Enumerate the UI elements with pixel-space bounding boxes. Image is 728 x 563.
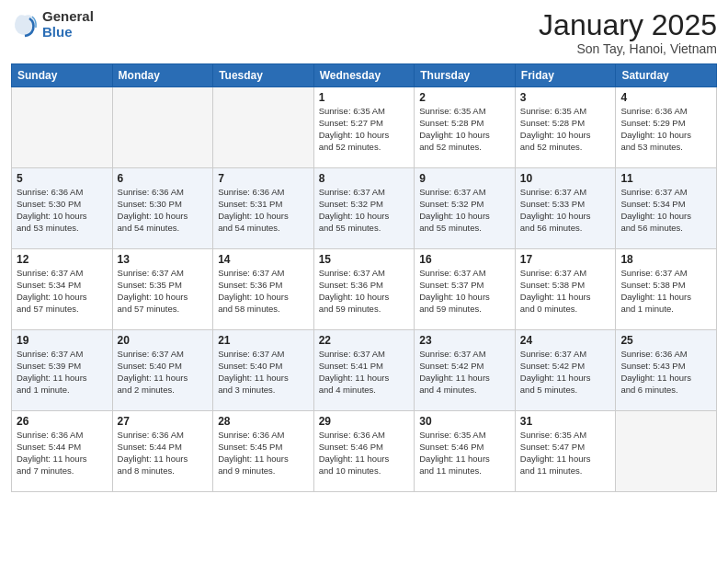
calendar-cell: 28Sunrise: 6:36 AM Sunset: 5:45 PM Dayli… <box>213 411 314 492</box>
day-info: Sunrise: 6:37 AM Sunset: 5:40 PM Dayligh… <box>218 349 309 396</box>
calendar-cell: 17Sunrise: 6:37 AM Sunset: 5:38 PM Dayli… <box>515 249 616 330</box>
col-thursday: Thursday <box>415 64 516 87</box>
calendar-cell: 14Sunrise: 6:37 AM Sunset: 5:36 PM Dayli… <box>213 249 314 330</box>
calendar-cell: 22Sunrise: 6:37 AM Sunset: 5:41 PM Dayli… <box>313 330 415 411</box>
day-info: Sunrise: 6:36 AM Sunset: 5:43 PM Dayligh… <box>620 349 711 396</box>
calendar-cell: 6Sunrise: 6:36 AM Sunset: 5:30 PM Daylig… <box>112 168 213 249</box>
calendar-cell: 9Sunrise: 6:37 AM Sunset: 5:32 PM Daylig… <box>415 168 516 249</box>
location: Son Tay, Hanoi, Vietnam <box>539 41 717 56</box>
calendar-cell: 1Sunrise: 6:35 AM Sunset: 5:27 PM Daylig… <box>313 87 415 168</box>
day-info: Sunrise: 6:36 AM Sunset: 5:30 PM Dayligh… <box>17 187 108 234</box>
calendar-page: General Blue January 2025 Son Tay, Hanoi… <box>0 0 728 563</box>
day-info: Sunrise: 6:37 AM Sunset: 5:39 PM Dayligh… <box>17 349 108 396</box>
calendar-cell: 11Sunrise: 6:37 AM Sunset: 5:34 PM Dayli… <box>616 168 717 249</box>
day-info: Sunrise: 6:36 AM Sunset: 5:46 PM Dayligh… <box>319 430 410 477</box>
day-number: 20 <box>118 334 209 347</box>
day-number: 10 <box>520 172 611 185</box>
day-info: Sunrise: 6:36 AM Sunset: 5:30 PM Dayligh… <box>118 187 209 234</box>
day-number: 6 <box>118 172 209 185</box>
day-number: 2 <box>419 91 510 104</box>
calendar-cell: 8Sunrise: 6:37 AM Sunset: 5:32 PM Daylig… <box>313 168 415 249</box>
day-info: Sunrise: 6:35 AM Sunset: 5:27 PM Dayligh… <box>319 106 410 153</box>
calendar-cell: 23Sunrise: 6:37 AM Sunset: 5:42 PM Dayli… <box>415 330 516 411</box>
calendar-cell <box>112 87 213 168</box>
logo: General Blue <box>11 9 94 40</box>
calendar-row-3: 12Sunrise: 6:37 AM Sunset: 5:34 PM Dayli… <box>12 249 717 330</box>
col-friday: Friday <box>515 64 616 87</box>
day-info: Sunrise: 6:36 AM Sunset: 5:44 PM Dayligh… <box>118 430 209 477</box>
header: General Blue January 2025 Son Tay, Hanoi… <box>11 9 717 56</box>
col-monday: Monday <box>112 64 213 87</box>
day-info: Sunrise: 6:37 AM Sunset: 5:35 PM Dayligh… <box>118 268 209 315</box>
day-info: Sunrise: 6:37 AM Sunset: 5:32 PM Dayligh… <box>419 187 510 234</box>
day-info: Sunrise: 6:37 AM Sunset: 5:36 PM Dayligh… <box>319 268 410 315</box>
day-number: 16 <box>419 253 510 266</box>
day-info: Sunrise: 6:36 AM Sunset: 5:31 PM Dayligh… <box>218 187 309 234</box>
calendar-cell: 13Sunrise: 6:37 AM Sunset: 5:35 PM Dayli… <box>112 249 213 330</box>
day-number: 26 <box>17 415 108 428</box>
day-info: Sunrise: 6:35 AM Sunset: 5:47 PM Dayligh… <box>520 430 611 477</box>
day-number: 17 <box>520 253 611 266</box>
calendar-cell <box>213 87 314 168</box>
day-info: Sunrise: 6:36 AM Sunset: 5:29 PM Dayligh… <box>620 106 711 153</box>
calendar-cell: 25Sunrise: 6:36 AM Sunset: 5:43 PM Dayli… <box>616 330 717 411</box>
col-saturday: Saturday <box>616 64 717 87</box>
calendar-cell: 30Sunrise: 6:35 AM Sunset: 5:46 PM Dayli… <box>415 411 516 492</box>
month-title: January 2025 <box>539 9 717 41</box>
calendar-cell: 31Sunrise: 6:35 AM Sunset: 5:47 PM Dayli… <box>515 411 616 492</box>
day-info: Sunrise: 6:37 AM Sunset: 5:34 PM Dayligh… <box>620 187 711 234</box>
calendar-cell: 10Sunrise: 6:37 AM Sunset: 5:33 PM Dayli… <box>515 168 616 249</box>
calendar-cell: 18Sunrise: 6:37 AM Sunset: 5:38 PM Dayli… <box>616 249 717 330</box>
day-number: 14 <box>218 253 309 266</box>
logo-general-text: General <box>42 9 94 25</box>
day-info: Sunrise: 6:37 AM Sunset: 5:34 PM Dayligh… <box>17 268 108 315</box>
day-number: 15 <box>319 253 410 266</box>
calendar-cell <box>616 411 717 492</box>
col-tuesday: Tuesday <box>213 64 314 87</box>
day-number: 5 <box>17 172 108 185</box>
day-info: Sunrise: 6:37 AM Sunset: 5:37 PM Dayligh… <box>419 268 510 315</box>
calendar-row-1: 1Sunrise: 6:35 AM Sunset: 5:27 PM Daylig… <box>12 87 717 168</box>
day-info: Sunrise: 6:36 AM Sunset: 5:44 PM Dayligh… <box>17 430 108 477</box>
day-number: 3 <box>520 91 611 104</box>
day-number: 24 <box>520 334 611 347</box>
day-number: 27 <box>118 415 209 428</box>
calendar-cell: 12Sunrise: 6:37 AM Sunset: 5:34 PM Dayli… <box>12 249 113 330</box>
day-number: 9 <box>419 172 510 185</box>
day-info: Sunrise: 6:37 AM Sunset: 5:33 PM Dayligh… <box>520 187 611 234</box>
day-number: 23 <box>419 334 510 347</box>
logo-blue-text: Blue <box>42 25 94 40</box>
day-info: Sunrise: 6:35 AM Sunset: 5:28 PM Dayligh… <box>419 106 510 153</box>
logo-icon <box>11 11 39 39</box>
day-info: Sunrise: 6:37 AM Sunset: 5:38 PM Dayligh… <box>620 268 711 315</box>
logo-text: General Blue <box>42 9 94 40</box>
day-number: 1 <box>319 91 410 104</box>
calendar-cell: 21Sunrise: 6:37 AM Sunset: 5:40 PM Dayli… <box>213 330 314 411</box>
day-number: 8 <box>319 172 410 185</box>
day-info: Sunrise: 6:36 AM Sunset: 5:45 PM Dayligh… <box>218 430 309 477</box>
day-number: 13 <box>118 253 209 266</box>
day-info: Sunrise: 6:37 AM Sunset: 5:40 PM Dayligh… <box>118 349 209 396</box>
calendar-cell: 24Sunrise: 6:37 AM Sunset: 5:42 PM Dayli… <box>515 330 616 411</box>
day-number: 29 <box>319 415 410 428</box>
day-number: 21 <box>218 334 309 347</box>
calendar-cell: 20Sunrise: 6:37 AM Sunset: 5:40 PM Dayli… <box>112 330 213 411</box>
col-sunday: Sunday <box>12 64 113 87</box>
calendar-row-5: 26Sunrise: 6:36 AM Sunset: 5:44 PM Dayli… <box>12 411 717 492</box>
day-info: Sunrise: 6:37 AM Sunset: 5:42 PM Dayligh… <box>520 349 611 396</box>
calendar-cell: 27Sunrise: 6:36 AM Sunset: 5:44 PM Dayli… <box>112 411 213 492</box>
day-info: Sunrise: 6:35 AM Sunset: 5:28 PM Dayligh… <box>520 106 611 153</box>
day-number: 22 <box>319 334 410 347</box>
day-info: Sunrise: 6:35 AM Sunset: 5:46 PM Dayligh… <box>419 430 510 477</box>
calendar-cell: 4Sunrise: 6:36 AM Sunset: 5:29 PM Daylig… <box>616 87 717 168</box>
calendar-row-2: 5Sunrise: 6:36 AM Sunset: 5:30 PM Daylig… <box>12 168 717 249</box>
day-info: Sunrise: 6:37 AM Sunset: 5:36 PM Dayligh… <box>218 268 309 315</box>
day-number: 19 <box>17 334 108 347</box>
day-number: 18 <box>620 253 711 266</box>
day-number: 30 <box>419 415 510 428</box>
calendar-header-row: Sunday Monday Tuesday Wednesday Thursday… <box>12 64 717 87</box>
day-number: 7 <box>218 172 309 185</box>
day-number: 31 <box>520 415 611 428</box>
calendar-cell: 5Sunrise: 6:36 AM Sunset: 5:30 PM Daylig… <box>12 168 113 249</box>
calendar-table: Sunday Monday Tuesday Wednesday Thursday… <box>11 63 717 492</box>
